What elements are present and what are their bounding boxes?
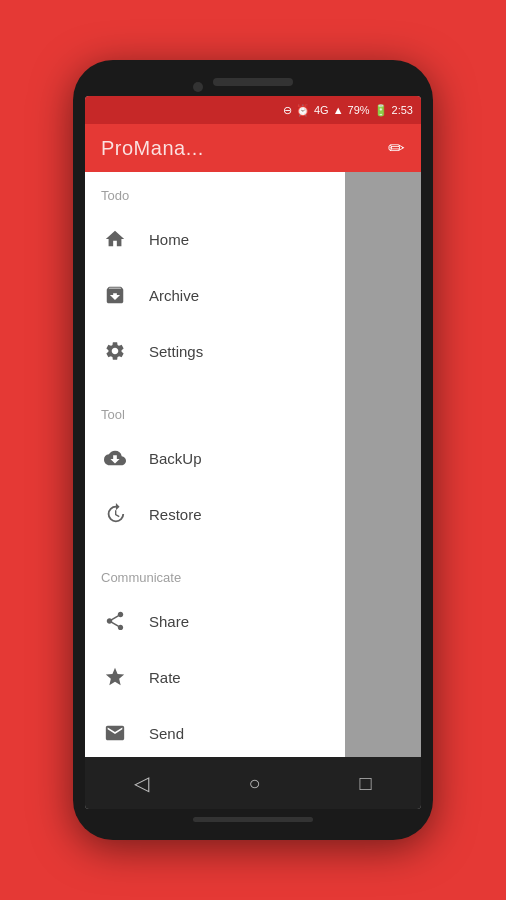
network-type: 4G — [314, 104, 329, 116]
backup-label: BackUp — [149, 450, 202, 467]
do-not-disturb-icon: ⊖ — [283, 104, 292, 117]
battery-icon: 🔋 — [374, 104, 388, 117]
send-label: Send — [149, 725, 184, 742]
restore-icon — [101, 500, 129, 528]
rate-label: Rate — [149, 669, 181, 686]
rate-icon — [101, 663, 129, 691]
content-area: Todo Home Archive — [85, 172, 421, 757]
nav-item-restore[interactable]: Restore — [85, 486, 345, 542]
section-label-communicate: Communicate — [85, 554, 345, 593]
share-icon — [101, 607, 129, 635]
section-label-tool: Tool — [85, 391, 345, 430]
send-icon — [101, 719, 129, 747]
phone-camera — [193, 82, 203, 92]
nav-item-home[interactable]: Home — [85, 211, 345, 267]
nav-item-settings[interactable]: Settings — [85, 323, 345, 379]
home-icon — [101, 225, 129, 253]
phone-speaker — [213, 78, 293, 86]
clock: 2:53 — [392, 104, 413, 116]
app-content-area — [345, 172, 421, 757]
share-label: Share — [149, 613, 189, 630]
archive-icon — [101, 281, 129, 309]
recent-button[interactable]: □ — [339, 764, 391, 803]
edit-icon[interactable]: ✏ — [388, 136, 405, 160]
battery-level: 79% — [348, 104, 370, 116]
home-button[interactable]: ○ — [228, 764, 280, 803]
nav-item-archive[interactable]: Archive — [85, 267, 345, 323]
backup-icon — [101, 444, 129, 472]
nav-item-share[interactable]: Share — [85, 593, 345, 649]
archive-label: Archive — [149, 287, 199, 304]
phone-frame: ⊖ ⏰ 4G ▲ 79% 🔋 2:53 ProMana... ✏ Todo — [73, 60, 433, 840]
app-title: ProMana... — [101, 137, 204, 160]
status-bar: ⊖ ⏰ 4G ▲ 79% 🔋 2:53 — [85, 96, 421, 124]
settings-icon — [101, 337, 129, 365]
alarm-icon: ⏰ — [296, 104, 310, 117]
app-bar: ProMana... ✏ — [85, 124, 421, 172]
section-label-todo: Todo — [85, 172, 345, 211]
settings-label: Settings — [149, 343, 203, 360]
nav-bar: ◁ ○ □ — [85, 757, 421, 809]
phone-home-bar — [193, 817, 313, 822]
home-label: Home — [149, 231, 189, 248]
restore-label: Restore — [149, 506, 202, 523]
back-button[interactable]: ◁ — [114, 763, 169, 803]
status-icons: ⊖ ⏰ 4G ▲ 79% 🔋 2:53 — [283, 104, 413, 117]
nav-item-send[interactable]: Send — [85, 705, 345, 757]
navigation-drawer: Todo Home Archive — [85, 172, 345, 757]
signal-icon: ▲ — [333, 104, 344, 116]
phone-screen: ⊖ ⏰ 4G ▲ 79% 🔋 2:53 ProMana... ✏ Todo — [85, 96, 421, 809]
nav-item-rate[interactable]: Rate — [85, 649, 345, 705]
nav-item-backup[interactable]: BackUp — [85, 430, 345, 486]
